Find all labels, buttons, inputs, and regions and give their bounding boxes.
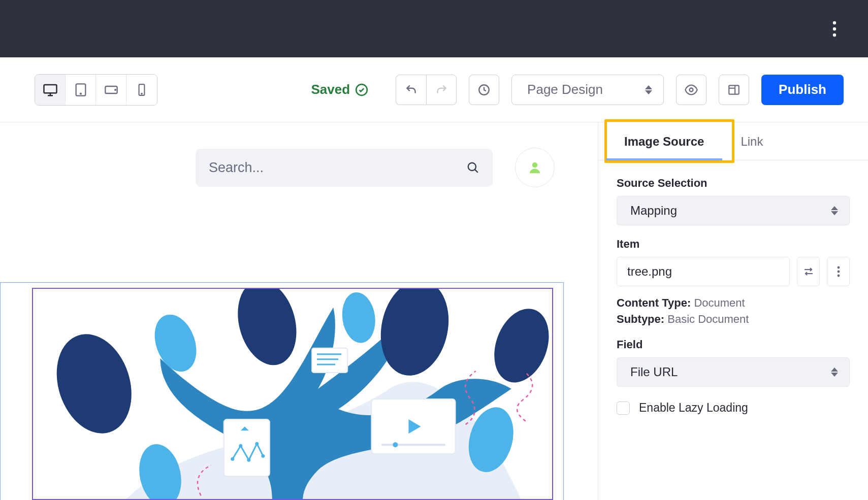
kebab-icon [837, 265, 840, 278]
lazy-loading-label: Enable Lazy Loading [639, 401, 748, 415]
field-field: Field File URL [617, 338, 850, 387]
source-selection-select[interactable]: Mapping [617, 196, 850, 225]
lazy-loading-row: Enable Lazy Loading [617, 401, 850, 415]
image-fragment-selection[interactable] [0, 282, 564, 500]
svg-point-0 [833, 21, 836, 24]
redo-icon [435, 83, 448, 96]
app-topbar [0, 0, 868, 57]
svg-point-7 [80, 93, 81, 94]
svg-point-34 [255, 442, 259, 446]
save-status: Saved [311, 82, 368, 97]
svg-line-19 [475, 170, 478, 173]
svg-point-9 [115, 89, 116, 90]
sort-icon [831, 368, 838, 377]
svg-point-35 [261, 454, 265, 458]
search-box[interactable] [196, 149, 493, 187]
svg-point-18 [468, 163, 476, 171]
subtype-value: Basic Document [667, 313, 749, 325]
panel-icon [727, 83, 741, 96]
svg-rect-15 [729, 85, 739, 94]
subtype-line: Subtype: Basic Document [617, 313, 850, 326]
sort-icon [645, 85, 652, 94]
subtype-label: Subtype: [617, 313, 664, 325]
redo-button[interactable] [426, 75, 457, 105]
canvas-header-row [196, 148, 555, 187]
item-field: Item [617, 238, 850, 286]
field-value: File URL [630, 365, 678, 379]
svg-point-31 [231, 457, 234, 461]
device-mobile-button[interactable] [126, 75, 157, 105]
svg-point-47 [837, 275, 840, 277]
device-tablet-button[interactable] [66, 75, 96, 105]
undo-button[interactable] [396, 75, 426, 105]
swap-icon [802, 265, 815, 278]
eye-icon [684, 83, 698, 97]
svg-point-14 [690, 88, 693, 91]
item-meta: Content Type: Document Subtype: Basic Do… [617, 296, 850, 326]
device-switcher [35, 74, 157, 106]
tab-link[interactable]: Link [722, 122, 781, 160]
canvas [0, 122, 598, 500]
undo-icon [405, 83, 418, 96]
svg-point-20 [532, 162, 538, 168]
tab-image-source[interactable]: Image Source [606, 122, 722, 160]
svg-point-40 [393, 442, 398, 447]
panel-body: Source Selection Mapping Item [598, 160, 868, 415]
check-circle-icon [355, 83, 368, 96]
svg-point-32 [239, 444, 242, 448]
item-title: Item [617, 238, 850, 251]
svg-point-46 [837, 271, 840, 273]
tree-illustration [33, 289, 552, 499]
search-icon [466, 161, 479, 174]
lazy-loading-checkbox[interactable] [617, 402, 630, 415]
image-content [32, 288, 553, 500]
device-landscape-button[interactable] [96, 75, 126, 105]
source-selection-field: Source Selection Mapping [617, 177, 850, 225]
svg-point-11 [141, 93, 142, 94]
preview-button[interactable] [676, 75, 706, 105]
undo-redo-group [396, 75, 457, 105]
content-type-value: Document [694, 296, 745, 309]
clock-icon [477, 83, 491, 96]
item-more-button[interactable] [827, 257, 850, 286]
history-button[interactable] [469, 75, 499, 105]
source-selection-title: Source Selection [617, 177, 850, 190]
topbar-more-button[interactable] [822, 17, 847, 41]
content-type-label: Content Type: [617, 296, 691, 309]
search-input[interactable] [209, 160, 466, 176]
svg-rect-3 [44, 85, 56, 93]
source-selection-value: Mapping [630, 204, 677, 218]
user-icon [527, 160, 542, 175]
device-desktop-button[interactable] [35, 75, 66, 105]
save-status-label: Saved [311, 82, 350, 97]
publish-button[interactable]: Publish [761, 75, 844, 105]
svg-point-2 [833, 33, 836, 36]
svg-rect-41 [312, 348, 347, 373]
page-design-dropdown[interactable]: Page Design [511, 75, 664, 105]
svg-point-1 [833, 27, 836, 30]
item-swap-button[interactable] [797, 257, 820, 286]
svg-rect-30 [224, 419, 270, 476]
svg-point-33 [247, 458, 250, 462]
content-type-line: Content Type: Document [617, 296, 850, 310]
svg-point-45 [837, 266, 840, 269]
item-input[interactable] [617, 257, 790, 286]
field-select[interactable]: File URL [617, 357, 850, 387]
properties-panel: Image Source Link Source Selection Mappi… [598, 122, 868, 500]
sort-icon [831, 206, 838, 215]
panel-toggle-button[interactable] [719, 75, 749, 105]
editor-toolbar: Saved Page Design Publish [0, 57, 868, 122]
panel-tabs: Image Source Link [598, 122, 868, 160]
main-split: Image Source Link Source Selection Mappi… [0, 122, 868, 500]
page-design-label: Page Design [527, 82, 603, 97]
avatar[interactable] [515, 148, 555, 187]
field-title: Field [617, 338, 850, 351]
